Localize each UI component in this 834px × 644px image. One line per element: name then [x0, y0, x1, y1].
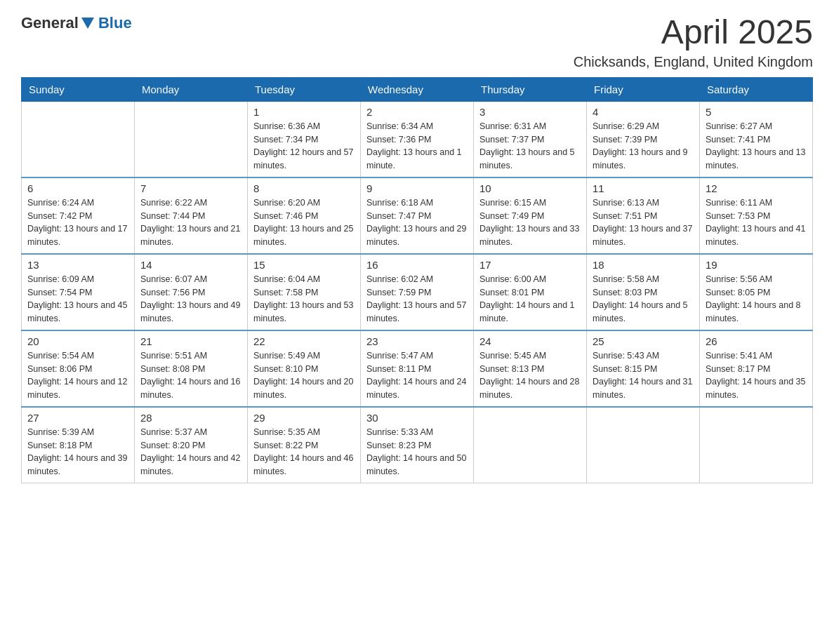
day-number: 25	[593, 335, 694, 347]
calendar-cell: 17Sunrise: 6:00 AMSunset: 8:01 PMDayligh…	[474, 254, 587, 330]
day-detail: Sunrise: 5:39 AMSunset: 8:18 PMDaylight:…	[27, 426, 128, 478]
day-detail: Sunrise: 6:22 AMSunset: 7:44 PMDaylight:…	[140, 196, 241, 249]
day-number: 26	[706, 335, 807, 347]
day-number: 15	[253, 259, 355, 271]
calendar-cell	[587, 407, 700, 483]
day-detail: Sunrise: 6:02 AMSunset: 7:59 PMDaylight:…	[366, 273, 468, 326]
calendar-cell: 19Sunrise: 5:56 AMSunset: 8:05 PMDayligh…	[700, 254, 813, 330]
day-number: 14	[140, 259, 241, 271]
page-header: General Blue April 2025 Chicksands, Engl…	[21, 14, 813, 70]
day-number: 29	[253, 412, 355, 424]
calendar-table: SundayMondayTuesdayWednesdayThursdayFrid…	[21, 77, 813, 483]
day-detail: Sunrise: 6:07 AMSunset: 7:56 PMDaylight:…	[140, 273, 241, 326]
day-detail: Sunrise: 5:58 AMSunset: 8:03 PMDaylight:…	[593, 273, 694, 326]
weekday-header: Wednesday	[361, 77, 474, 101]
calendar-cell: 2Sunrise: 6:34 AMSunset: 7:36 PMDaylight…	[361, 101, 474, 177]
calendar-cell	[22, 101, 135, 177]
day-detail: Sunrise: 5:37 AMSunset: 8:20 PMDaylight:…	[140, 426, 241, 478]
calendar-cell: 23Sunrise: 5:47 AMSunset: 8:11 PMDayligh…	[361, 330, 474, 407]
day-number: 13	[27, 259, 128, 271]
day-number: 5	[706, 106, 807, 118]
day-detail: Sunrise: 5:33 AMSunset: 8:23 PMDaylight:…	[366, 426, 468, 478]
calendar-cell: 14Sunrise: 6:07 AMSunset: 7:56 PMDayligh…	[135, 254, 248, 330]
calendar-header-row: SundayMondayTuesdayWednesdayThursdayFrid…	[22, 77, 813, 101]
day-detail: Sunrise: 6:09 AMSunset: 7:54 PMDaylight:…	[27, 273, 128, 326]
weekday-header: Thursday	[474, 77, 587, 101]
calendar-cell: 27Sunrise: 5:39 AMSunset: 8:18 PMDayligh…	[22, 407, 135, 483]
day-detail: Sunrise: 6:36 AMSunset: 7:34 PMDaylight:…	[253, 120, 355, 173]
day-number: 11	[593, 182, 694, 194]
calendar-cell: 16Sunrise: 6:02 AMSunset: 7:59 PMDayligh…	[361, 254, 474, 330]
day-detail: Sunrise: 6:00 AMSunset: 8:01 PMDaylight:…	[479, 273, 581, 326]
day-number: 3	[479, 106, 581, 118]
month-title: April 2025	[574, 14, 813, 51]
calendar-week-row: 13Sunrise: 6:09 AMSunset: 7:54 PMDayligh…	[22, 254, 813, 330]
calendar-cell: 12Sunrise: 6:11 AMSunset: 7:53 PMDayligh…	[700, 177, 813, 254]
calendar-cell: 3Sunrise: 6:31 AMSunset: 7:37 PMDaylight…	[474, 101, 587, 177]
day-detail: Sunrise: 5:41 AMSunset: 8:17 PMDaylight:…	[706, 349, 807, 402]
calendar-cell: 6Sunrise: 6:24 AMSunset: 7:42 PMDaylight…	[22, 177, 135, 254]
calendar-cell: 15Sunrise: 6:04 AMSunset: 7:58 PMDayligh…	[248, 254, 361, 330]
location-title: Chicksands, England, United Kingdom	[574, 54, 813, 70]
day-number: 23	[366, 335, 468, 347]
weekday-header: Saturday	[700, 77, 813, 101]
calendar-cell: 24Sunrise: 5:45 AMSunset: 8:13 PMDayligh…	[474, 330, 587, 407]
calendar-cell: 8Sunrise: 6:20 AMSunset: 7:46 PMDaylight…	[248, 177, 361, 254]
day-detail: Sunrise: 6:13 AMSunset: 7:51 PMDaylight:…	[593, 196, 694, 249]
logo-blue-text: Blue	[98, 14, 132, 32]
day-number: 28	[140, 412, 241, 424]
day-detail: Sunrise: 6:27 AMSunset: 7:41 PMDaylight:…	[706, 120, 807, 173]
day-detail: Sunrise: 6:11 AMSunset: 7:53 PMDaylight:…	[706, 196, 807, 249]
calendar-cell: 1Sunrise: 6:36 AMSunset: 7:34 PMDaylight…	[248, 101, 361, 177]
calendar-cell: 20Sunrise: 5:54 AMSunset: 8:06 PMDayligh…	[22, 330, 135, 407]
calendar-week-row: 6Sunrise: 6:24 AMSunset: 7:42 PMDaylight…	[22, 177, 813, 254]
day-number: 21	[140, 335, 241, 347]
calendar-cell: 13Sunrise: 6:09 AMSunset: 7:54 PMDayligh…	[22, 254, 135, 330]
day-number: 24	[479, 335, 581, 347]
day-detail: Sunrise: 6:20 AMSunset: 7:46 PMDaylight:…	[253, 196, 355, 249]
day-number: 22	[253, 335, 355, 347]
day-number: 10	[479, 182, 581, 194]
calendar-week-row: 27Sunrise: 5:39 AMSunset: 8:18 PMDayligh…	[22, 407, 813, 483]
calendar-cell: 25Sunrise: 5:43 AMSunset: 8:15 PMDayligh…	[587, 330, 700, 407]
weekday-header: Sunday	[22, 77, 135, 101]
weekday-header: Tuesday	[248, 77, 361, 101]
calendar-cell: 22Sunrise: 5:49 AMSunset: 8:10 PMDayligh…	[248, 330, 361, 407]
calendar-cell: 30Sunrise: 5:33 AMSunset: 8:23 PMDayligh…	[361, 407, 474, 483]
calendar-cell: 18Sunrise: 5:58 AMSunset: 8:03 PMDayligh…	[587, 254, 700, 330]
day-detail: Sunrise: 6:18 AMSunset: 7:47 PMDaylight:…	[366, 196, 468, 249]
day-number: 16	[366, 259, 468, 271]
day-detail: Sunrise: 5:49 AMSunset: 8:10 PMDaylight:…	[253, 349, 355, 402]
calendar-cell: 21Sunrise: 5:51 AMSunset: 8:08 PMDayligh…	[135, 330, 248, 407]
calendar-cell: 28Sunrise: 5:37 AMSunset: 8:20 PMDayligh…	[135, 407, 248, 483]
day-detail: Sunrise: 5:51 AMSunset: 8:08 PMDaylight:…	[140, 349, 241, 402]
logo-general-text: General	[21, 14, 79, 32]
calendar-cell	[474, 407, 587, 483]
day-detail: Sunrise: 6:15 AMSunset: 7:49 PMDaylight:…	[479, 196, 581, 249]
day-number: 8	[253, 182, 355, 194]
day-detail: Sunrise: 5:47 AMSunset: 8:11 PMDaylight:…	[366, 349, 468, 402]
day-detail: Sunrise: 5:45 AMSunset: 8:13 PMDaylight:…	[479, 349, 581, 402]
calendar-cell: 11Sunrise: 6:13 AMSunset: 7:51 PMDayligh…	[587, 177, 700, 254]
calendar-cell: 26Sunrise: 5:41 AMSunset: 8:17 PMDayligh…	[700, 330, 813, 407]
calendar-cell: 4Sunrise: 6:29 AMSunset: 7:39 PMDaylight…	[587, 101, 700, 177]
day-detail: Sunrise: 6:29 AMSunset: 7:39 PMDaylight:…	[593, 120, 694, 173]
day-detail: Sunrise: 6:34 AMSunset: 7:36 PMDaylight:…	[366, 120, 468, 173]
day-number: 20	[27, 335, 128, 347]
calendar-cell	[700, 407, 813, 483]
weekday-header: Monday	[135, 77, 248, 101]
calendar-cell: 29Sunrise: 5:35 AMSunset: 8:22 PMDayligh…	[248, 407, 361, 483]
day-number: 27	[27, 412, 128, 424]
day-detail: Sunrise: 5:56 AMSunset: 8:05 PMDaylight:…	[706, 273, 807, 326]
day-detail: Sunrise: 5:35 AMSunset: 8:22 PMDaylight:…	[253, 426, 355, 478]
day-detail: Sunrise: 6:31 AMSunset: 7:37 PMDaylight:…	[479, 120, 581, 173]
day-number: 2	[366, 106, 468, 118]
calendar-week-row: 20Sunrise: 5:54 AMSunset: 8:06 PMDayligh…	[22, 330, 813, 407]
weekday-header: Friday	[587, 77, 700, 101]
calendar-cell: 10Sunrise: 6:15 AMSunset: 7:49 PMDayligh…	[474, 177, 587, 254]
day-number: 17	[479, 259, 581, 271]
day-number: 7	[140, 182, 241, 194]
logo: General Blue	[21, 14, 132, 32]
day-detail: Sunrise: 6:04 AMSunset: 7:58 PMDaylight:…	[253, 273, 355, 326]
day-detail: Sunrise: 5:43 AMSunset: 8:15 PMDaylight:…	[593, 349, 694, 402]
